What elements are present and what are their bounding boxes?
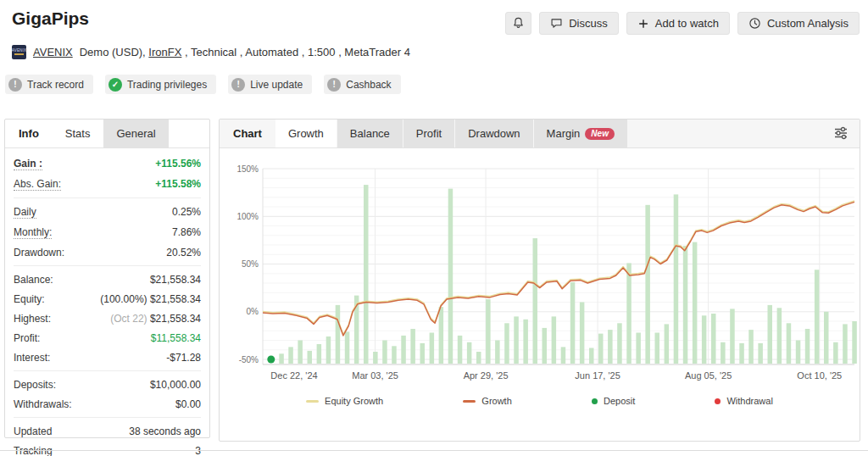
profit-bar: [787, 323, 792, 364]
profit-bar: [345, 331, 350, 364]
profit-bar: [636, 333, 641, 364]
x-axis-label: Dec 22, '24: [270, 370, 317, 381]
profit-bar: [626, 263, 632, 364]
profit-bar: [430, 333, 434, 364]
chart-settings-icon[interactable]: [832, 125, 849, 142]
tab-margin[interactable]: MarginNew: [534, 120, 627, 147]
line-swatch: [306, 400, 319, 403]
tab-profit[interactable]: Profit: [403, 120, 454, 147]
profit-bar: [730, 309, 735, 364]
stat-row-tracking: Tracking3: [14, 441, 201, 456]
stat-label[interactable]: Daily: [14, 206, 36, 219]
notifications-button[interactable]: [505, 12, 531, 35]
stat-row-interest: Interest:-$71.28: [14, 348, 201, 367]
page-title: GigaPips: [12, 8, 89, 29]
profit-bar: [336, 305, 341, 364]
tab-growth[interactable]: Growth: [275, 120, 337, 147]
tab-general[interactable]: General: [103, 120, 168, 147]
profit-bar: [580, 303, 585, 364]
stat-row-abs-gain: Abs. Gain:+115.58%: [14, 174, 201, 194]
legend-deposit[interactable]: Deposit: [592, 396, 635, 406]
growth-line: [263, 202, 854, 336]
tab-drawdown[interactable]: Drawdown: [455, 120, 532, 147]
profit-bar: [420, 343, 426, 364]
badges-row: !Track record✓Trading privileges!Live up…: [5, 75, 401, 94]
profit-bar: [410, 329, 415, 364]
stat-label[interactable]: Abs. Gain:: [14, 178, 61, 191]
account-type: Demo (USD), IronFX , Technical , Automat…: [80, 46, 410, 58]
stats-panel: Info StatsGeneral Gain :+115.56%Abs. Gai…: [4, 119, 210, 438]
badge-trading-privileges[interactable]: ✓Trading privileges: [105, 75, 216, 94]
stat-label: Highest:: [14, 313, 51, 325]
profit-bar: [317, 344, 322, 364]
stat-row-balance: Balance:$21,558.34: [14, 270, 201, 289]
profit-bar: [721, 342, 726, 364]
stat-value-prefix: (Oct 22): [110, 313, 150, 325]
info-tab-label[interactable]: Info: [5, 120, 53, 147]
discuss-label: Discuss: [569, 17, 608, 30]
tab-balance[interactable]: Balance: [337, 120, 403, 147]
profit-bar: [364, 185, 369, 364]
custom-analysis-label: Custom Analysis: [767, 17, 849, 30]
legend-label: Growth: [481, 396, 511, 406]
badge-label: Trading privileges: [127, 79, 207, 91]
profit-bar: [373, 352, 378, 364]
broker-link[interactable]: IronFX: [148, 46, 181, 58]
x-axis-label: Jun 17, '25: [575, 370, 620, 381]
exclamation-icon: !: [327, 78, 341, 92]
stat-value: $21,558.34: [150, 274, 201, 286]
profit-bar: [589, 348, 594, 364]
stat-label[interactable]: Gain :: [14, 158, 42, 170]
profit-bar: [608, 330, 613, 364]
check-icon: ✓: [108, 78, 122, 92]
profit-bar: [570, 282, 576, 364]
badge-cashback[interactable]: !Cashback: [324, 75, 400, 94]
profit-bar: [504, 323, 509, 364]
chart-tab-label: Chart: [220, 120, 275, 147]
custom-analysis-button[interactable]: Custom Analysis: [737, 12, 860, 35]
y-tick-label: 100%: [236, 212, 259, 221]
stat-row-deposits: Deposits:$10,000.00: [14, 375, 201, 394]
account-summary: AVENIX AVENIX Demo (USD), IronFX , Techn…: [12, 45, 410, 59]
profit-bar: [598, 334, 604, 364]
chart-legend: Equity GrowthGrowthDepositWithdrawal: [220, 396, 860, 406]
stat-value: 0.25%: [172, 206, 201, 218]
y-tick-label: 0%: [247, 307, 259, 316]
profit-bar: [824, 312, 829, 364]
system-name-link[interactable]: AVENIX: [33, 46, 73, 58]
growth-chart-svg[interactable]: -50%0%50%100%150%Dec 22, '24Mar 03, '25A…: [220, 148, 860, 386]
profit-bar: [392, 346, 397, 364]
clock-icon: [748, 17, 761, 30]
profit-bar: [298, 341, 303, 364]
stat-value: 20.52%: [166, 247, 201, 259]
discuss-button[interactable]: Discuss: [539, 12, 619, 35]
avenix-logo-icon: AVENIX: [12, 45, 26, 59]
profit-bar: [382, 341, 387, 364]
legend-withdrawal[interactable]: Withdrawal: [715, 396, 772, 406]
profit-bar: [796, 341, 801, 364]
profit-bar: [523, 320, 528, 364]
legend-equity-growth[interactable]: Equity Growth: [306, 396, 383, 406]
stat-value-prefix: (100.00%): [100, 293, 150, 305]
stats-sections: Gain :+115.56%Abs. Gain:+115.58%Daily0.2…: [5, 148, 209, 456]
legend-label: Withdrawal: [726, 396, 772, 406]
add-to-watch-button[interactable]: Add to watch: [626, 12, 730, 35]
stat-label[interactable]: Monthly:: [14, 226, 52, 239]
profit-bar: [777, 308, 782, 364]
stat-value: (100.00%) $21,558.34: [100, 293, 201, 305]
tab-stats[interactable]: Stats: [53, 120, 103, 147]
profit-bar: [693, 242, 698, 364]
legend-growth[interactable]: Growth: [463, 396, 511, 406]
profit-bar: [533, 238, 538, 364]
stats-tabs: Info StatsGeneral: [5, 120, 209, 148]
chart-tabs: Chart GrowthBalanceProfitDrawdownMarginN…: [220, 120, 860, 148]
profit-bar: [486, 299, 491, 364]
y-tick-label: -50%: [239, 355, 259, 364]
badge-live-update[interactable]: !Live update: [228, 75, 312, 94]
profit-bar: [683, 246, 688, 364]
badge-track-record[interactable]: !Track record: [5, 75, 93, 94]
y-tick-label: 50%: [242, 259, 259, 269]
stat-value: $10,000.00: [150, 379, 201, 391]
bottom-divider: [0, 450, 868, 451]
legend-label: Equity Growth: [325, 396, 383, 406]
